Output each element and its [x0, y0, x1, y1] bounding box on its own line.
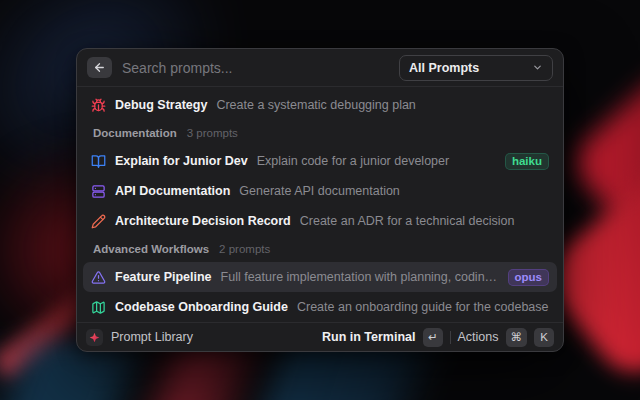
section-header-advanced-workflows: Advanced Workflows 2 prompts: [83, 236, 557, 262]
model-badge-opus: opus: [508, 269, 549, 286]
list-item-explain-for-junior-dev[interactable]: Explain for Junior Dev Explain code for …: [83, 146, 557, 176]
filter-dropdown-value: All Prompts: [409, 61, 479, 75]
arrow-left-icon: [93, 61, 106, 74]
prompt-title: Architecture Decision Record: [115, 214, 291, 228]
prompt-subtitle: Explain code for a junior developer: [257, 154, 496, 168]
app-logo-icon: [86, 329, 103, 346]
bug-icon: [91, 98, 106, 113]
pencil-icon: [91, 214, 106, 229]
prompt-subtitle: Full feature implementation with plannin…: [221, 270, 499, 284]
cmd-keycap: ⌘: [506, 328, 528, 347]
chevron-down-icon: [532, 62, 543, 73]
prompt-title: Debug Strategy: [115, 98, 207, 112]
footer-actions: Run in Terminal ↵ Actions ⌘ K: [322, 328, 554, 347]
filter-dropdown[interactable]: All Prompts: [399, 55, 553, 81]
section-count: 3 prompts: [187, 127, 238, 139]
map-icon: [91, 300, 106, 315]
prompt-subtitle: Generate API documentation: [239, 184, 549, 198]
prompt-subtitle: Create an ADR for a technical decision: [300, 214, 549, 228]
prompt-title: Explain for Junior Dev: [115, 154, 248, 168]
list-item-feature-pipeline[interactable]: Feature Pipeline Full feature implementa…: [83, 262, 557, 292]
prompt-library-palette: All Prompts Debug Strategy Create a syst…: [76, 48, 564, 352]
search-input[interactable]: [122, 60, 389, 76]
actions-menu-button[interactable]: Actions: [458, 330, 499, 344]
model-badge-haiku: haiku: [505, 153, 549, 170]
list-item-api-documentation[interactable]: API Documentation Generate API documenta…: [83, 176, 557, 206]
section-label: Advanced Workflows: [93, 243, 209, 255]
prompt-title: Feature Pipeline: [115, 270, 212, 284]
prompt-title: API Documentation: [115, 184, 230, 198]
list-item-architecture-decision-record[interactable]: Architecture Decision Record Create an A…: [83, 206, 557, 236]
palette-footer: Prompt Library Run in Terminal ↵ Actions…: [77, 322, 563, 351]
prompt-subtitle: Create an onboarding guide for the codeb…: [297, 300, 549, 314]
k-keycap: K: [534, 328, 554, 347]
enter-keycap: ↵: [423, 328, 443, 347]
section-label: Documentation: [93, 127, 177, 139]
triangle-alert-icon: [91, 270, 106, 285]
list-item-debug-strategy[interactable]: Debug Strategy Create a systematic debug…: [83, 90, 557, 120]
footer-divider: [450, 331, 451, 344]
book-open-icon: [91, 154, 106, 169]
server-icon: [91, 184, 106, 199]
palette-header: All Prompts: [77, 49, 563, 87]
prompt-title: Codebase Onboarding Guide: [115, 300, 288, 314]
section-count: 2 prompts: [219, 243, 270, 255]
prompt-subtitle: Create a systematic debugging plan: [216, 98, 549, 112]
list-item-codebase-onboarding-guide[interactable]: Codebase Onboarding Guide Create an onbo…: [83, 292, 557, 322]
app-name-label: Prompt Library: [111, 330, 193, 344]
prompt-list: Debug Strategy Create a systematic debug…: [77, 87, 563, 322]
run-in-terminal-button[interactable]: Run in Terminal: [322, 330, 416, 344]
section-header-documentation: Documentation 3 prompts: [83, 120, 557, 146]
back-button[interactable]: [87, 57, 112, 78]
